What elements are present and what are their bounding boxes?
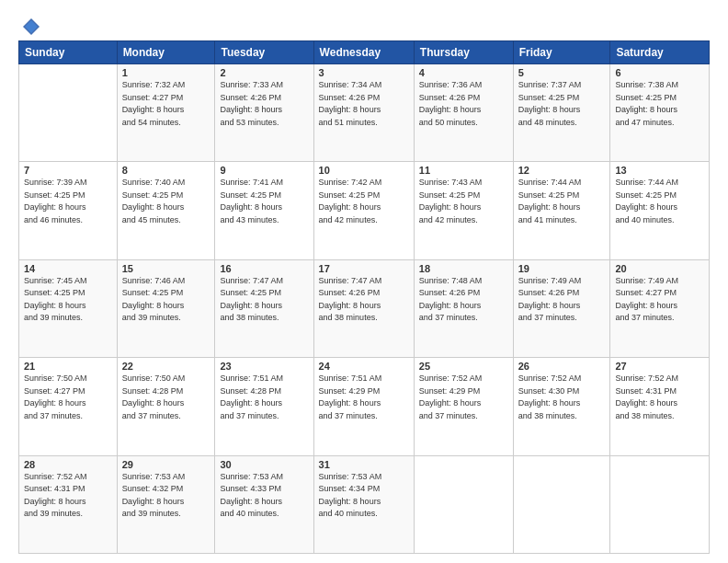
day-info: Sunrise: 7:49 AM Sunset: 4:26 PM Dayligh… (518, 275, 606, 325)
day-info: Sunrise: 7:36 AM Sunset: 4:26 PM Dayligh… (419, 79, 508, 129)
day-info: Sunrise: 7:51 AM Sunset: 4:28 PM Dayligh… (220, 373, 308, 422)
day-info: Sunrise: 7:46 AM Sunset: 4:25 PM Dayligh… (122, 275, 210, 325)
day-info: Sunrise: 7:37 AM Sunset: 4:25 PM Dayligh… (518, 79, 606, 129)
day-number: 21 (24, 361, 112, 372)
calendar-header: SundayMondayTuesdayWednesdayThursdayFrid… (19, 41, 710, 64)
day-number: 9 (220, 165, 308, 176)
calendar-cell: 9Sunrise: 7:41 AM Sunset: 4:25 PM Daylig… (215, 162, 313, 259)
day-info: Sunrise: 7:50 AM Sunset: 4:28 PM Dayligh… (122, 373, 210, 422)
calendar-cell: 3Sunrise: 7:34 AM Sunset: 4:26 PM Daylig… (313, 64, 414, 162)
calendar-cell: 20Sunrise: 7:49 AM Sunset: 4:27 PM Dayli… (610, 259, 710, 357)
weekday-header-wednesday: Wednesday (313, 41, 414, 64)
day-info: Sunrise: 7:42 AM Sunset: 4:25 PM Dayligh… (319, 177, 409, 226)
day-info: Sunrise: 7:48 AM Sunset: 4:26 PM Dayligh… (419, 275, 508, 325)
calendar-cell: 8Sunrise: 7:40 AM Sunset: 4:25 PM Daylig… (117, 162, 215, 259)
calendar-cell: 4Sunrise: 7:36 AM Sunset: 4:26 PM Daylig… (414, 64, 513, 162)
logo (18, 17, 41, 31)
calendar-cell: 5Sunrise: 7:37 AM Sunset: 4:25 PM Daylig… (513, 64, 610, 162)
day-info: Sunrise: 7:53 AM Sunset: 4:33 PM Dayligh… (220, 471, 308, 521)
week-row-2: 7Sunrise: 7:39 AM Sunset: 4:25 PM Daylig… (19, 162, 710, 259)
calendar-cell: 31Sunrise: 7:53 AM Sunset: 4:34 PM Dayli… (313, 455, 414, 553)
svg-marker-1 (25, 20, 38, 33)
weekday-header-friday: Friday (513, 41, 610, 64)
day-info: Sunrise: 7:38 AM Sunset: 4:25 PM Dayligh… (615, 79, 704, 129)
day-number: 25 (419, 361, 508, 372)
calendar-cell: 28Sunrise: 7:52 AM Sunset: 4:31 PM Dayli… (19, 455, 118, 553)
day-number: 29 (122, 459, 210, 470)
day-number: 12 (518, 165, 606, 176)
day-number: 24 (319, 361, 409, 372)
day-info: Sunrise: 7:52 AM Sunset: 4:29 PM Dayligh… (419, 373, 508, 422)
day-number: 16 (220, 263, 308, 274)
calendar-page: SundayMondayTuesdayWednesdayThursdayFrid… (0, 0, 728, 563)
day-number: 28 (24, 459, 112, 470)
calendar-cell: 26Sunrise: 7:52 AM Sunset: 4:30 PM Dayli… (513, 358, 610, 455)
calendar-table: SundayMondayTuesdayWednesdayThursdayFrid… (18, 40, 710, 554)
calendar-cell: 25Sunrise: 7:52 AM Sunset: 4:29 PM Dayli… (414, 358, 513, 455)
day-number: 26 (518, 361, 606, 372)
weekday-header-sunday: Sunday (19, 41, 118, 64)
day-info: Sunrise: 7:52 AM Sunset: 4:31 PM Dayligh… (24, 471, 112, 521)
weekday-header-row: SundayMondayTuesdayWednesdayThursdayFrid… (19, 41, 710, 64)
day-info: Sunrise: 7:49 AM Sunset: 4:27 PM Dayligh… (615, 275, 704, 325)
calendar-cell: 22Sunrise: 7:50 AM Sunset: 4:28 PM Dayli… (117, 358, 215, 455)
day-number: 17 (319, 263, 409, 274)
calendar-cell: 15Sunrise: 7:46 AM Sunset: 4:25 PM Dayli… (117, 259, 215, 357)
day-info: Sunrise: 7:52 AM Sunset: 4:30 PM Dayligh… (518, 373, 606, 422)
day-info: Sunrise: 7:52 AM Sunset: 4:31 PM Dayligh… (615, 373, 704, 422)
calendar-cell: 19Sunrise: 7:49 AM Sunset: 4:26 PM Dayli… (513, 259, 610, 357)
day-info: Sunrise: 7:53 AM Sunset: 4:32 PM Dayligh… (122, 471, 210, 521)
day-number: 3 (319, 67, 409, 78)
day-number: 27 (615, 361, 704, 372)
calendar-cell: 23Sunrise: 7:51 AM Sunset: 4:28 PM Dayli… (215, 358, 313, 455)
day-number: 19 (518, 263, 606, 274)
day-info: Sunrise: 7:53 AM Sunset: 4:34 PM Dayligh… (319, 471, 409, 521)
calendar-body: 1Sunrise: 7:32 AM Sunset: 4:27 PM Daylig… (19, 64, 710, 554)
calendar-cell: 10Sunrise: 7:42 AM Sunset: 4:25 PM Dayli… (313, 162, 414, 259)
day-number: 1 (122, 67, 210, 78)
calendar-cell (610, 455, 710, 553)
day-info: Sunrise: 7:43 AM Sunset: 4:25 PM Dayligh… (419, 177, 508, 226)
day-info: Sunrise: 7:50 AM Sunset: 4:27 PM Dayligh… (24, 373, 112, 422)
day-number: 18 (419, 263, 508, 274)
day-info: Sunrise: 7:32 AM Sunset: 4:27 PM Dayligh… (122, 79, 210, 129)
weekday-header-saturday: Saturday (610, 41, 710, 64)
calendar-cell: 1Sunrise: 7:32 AM Sunset: 4:27 PM Daylig… (117, 64, 215, 162)
weekday-header-thursday: Thursday (414, 41, 513, 64)
calendar-cell: 14Sunrise: 7:45 AM Sunset: 4:25 PM Dayli… (19, 259, 118, 357)
day-number: 8 (122, 165, 210, 176)
calendar-cell: 18Sunrise: 7:48 AM Sunset: 4:26 PM Dayli… (414, 259, 513, 357)
weekday-header-tuesday: Tuesday (215, 41, 313, 64)
day-info: Sunrise: 7:39 AM Sunset: 4:25 PM Dayligh… (24, 177, 112, 226)
calendar-cell (19, 64, 118, 162)
day-info: Sunrise: 7:40 AM Sunset: 4:25 PM Dayligh… (122, 177, 210, 226)
day-info: Sunrise: 7:51 AM Sunset: 4:29 PM Dayligh… (319, 373, 409, 422)
day-number: 14 (24, 263, 112, 274)
day-number: 20 (615, 263, 704, 274)
day-number: 23 (220, 361, 308, 372)
day-info: Sunrise: 7:45 AM Sunset: 4:25 PM Dayligh… (24, 275, 112, 325)
day-number: 6 (615, 67, 704, 78)
day-info: Sunrise: 7:47 AM Sunset: 4:25 PM Dayligh… (220, 275, 308, 325)
day-number: 2 (220, 67, 308, 78)
calendar-cell (414, 455, 513, 553)
day-info: Sunrise: 7:47 AM Sunset: 4:26 PM Dayligh… (319, 275, 409, 325)
calendar-cell: 13Sunrise: 7:44 AM Sunset: 4:25 PM Dayli… (610, 162, 710, 259)
day-number: 10 (319, 165, 409, 176)
calendar-cell: 21Sunrise: 7:50 AM Sunset: 4:27 PM Dayli… (19, 358, 118, 455)
calendar-cell: 2Sunrise: 7:33 AM Sunset: 4:26 PM Daylig… (215, 64, 313, 162)
calendar-cell (513, 455, 610, 553)
day-info: Sunrise: 7:41 AM Sunset: 4:25 PM Dayligh… (220, 177, 308, 226)
calendar-cell: 7Sunrise: 7:39 AM Sunset: 4:25 PM Daylig… (19, 162, 118, 259)
calendar-cell: 29Sunrise: 7:53 AM Sunset: 4:32 PM Dayli… (117, 455, 215, 553)
day-number: 11 (419, 165, 508, 176)
calendar-cell: 27Sunrise: 7:52 AM Sunset: 4:31 PM Dayli… (610, 358, 710, 455)
day-number: 22 (122, 361, 210, 372)
day-number: 5 (518, 67, 606, 78)
calendar-cell: 16Sunrise: 7:47 AM Sunset: 4:25 PM Dayli… (215, 259, 313, 357)
day-number: 4 (419, 67, 508, 78)
calendar-cell: 24Sunrise: 7:51 AM Sunset: 4:29 PM Dayli… (313, 358, 414, 455)
week-row-1: 1Sunrise: 7:32 AM Sunset: 4:27 PM Daylig… (19, 64, 710, 162)
header (18, 17, 710, 31)
calendar-cell: 11Sunrise: 7:43 AM Sunset: 4:25 PM Dayli… (414, 162, 513, 259)
